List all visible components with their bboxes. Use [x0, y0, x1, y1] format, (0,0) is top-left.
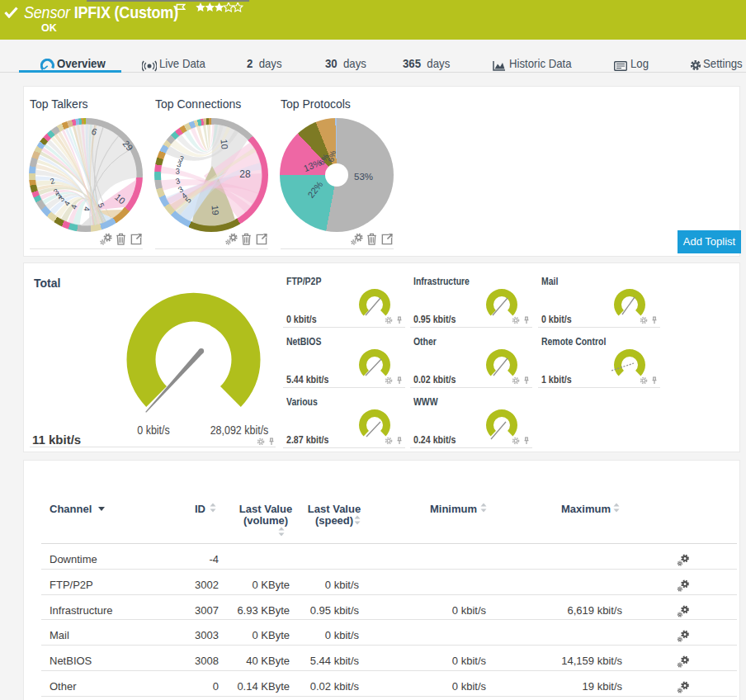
svg-text:10: 10 — [219, 139, 229, 149]
svg-text:6%: 6% — [326, 149, 338, 163]
svg-text:4: 4 — [83, 206, 92, 211]
svg-text:53%: 53% — [354, 172, 373, 182]
svg-text:28: 28 — [239, 168, 251, 180]
svg-text:22%: 22% — [305, 179, 324, 200]
svg-text:3: 3 — [175, 166, 180, 175]
svg-text:19: 19 — [210, 205, 220, 215]
